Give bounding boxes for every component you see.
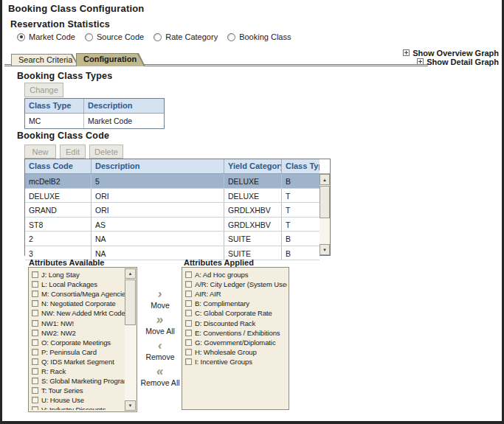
checkbox-icon[interactable] — [32, 330, 38, 336]
checkbox-icon[interactable] — [32, 320, 38, 327]
scroll-down-arrow-icon[interactable]: ▼ — [320, 244, 330, 255]
checkbox-icon[interactable] — [32, 310, 38, 316]
checkbox-icon[interactable] — [32, 397, 38, 403]
checkbox-icon[interactable] — [185, 281, 192, 288]
checkbox-icon[interactable] — [32, 358, 38, 365]
list-item-q-ids-market-segment[interactable]: Q: IDS Market Segment — [30, 357, 125, 366]
radio-button-icon[interactable] — [17, 33, 25, 41]
delete-button[interactable]: Delete — [89, 145, 123, 159]
radio-option-booking-class[interactable]: Booking Class — [227, 32, 291, 41]
list-item-s-global-marketing-programme[interactable]: S: Global Marketing Programme — [30, 376, 125, 386]
table-row[interactable]: 2NASUITEB — [25, 232, 320, 246]
checkbox-icon[interactable] — [32, 378, 38, 384]
remove-button[interactable]: ‹Remove — [145, 341, 174, 361]
scroll-up-arrow-icon[interactable]: ▲ — [320, 174, 330, 185]
attributes-available-items: J: Long StayL: Local PackagesM: Consorti… — [30, 270, 125, 410]
booking-class-code-scrollbar[interactable]: ▲▼ — [320, 174, 330, 255]
checkbox-icon[interactable] — [32, 281, 38, 288]
list-item-e-conventions-exhibitions[interactable]: E: Conventions / Exhibitions — [184, 328, 287, 338]
checkbox-icon[interactable] — [32, 368, 38, 375]
list-item-p-peninsula-card[interactable]: P: Peninsula Card — [30, 347, 125, 357]
attributes-available-label: Attributes Available — [29, 258, 105, 267]
list-item-nw1-nw[interactable]: NW1: NW! — [30, 318, 125, 327]
move-button[interactable]: ›Move — [151, 289, 170, 310]
checkbox-icon[interactable] — [185, 291, 192, 297]
list-item-u-house-use[interactable]: U: House Use — [30, 395, 125, 405]
scrollbar-track[interactable] — [320, 218, 330, 244]
radio-button-icon[interactable] — [85, 33, 93, 41]
new-button[interactable]: New — [24, 145, 56, 159]
checkbox-icon[interactable] — [185, 330, 192, 336]
table-row[interactable]: MCMarket Code — [25, 114, 164, 128]
change-button[interactable]: Change — [24, 83, 63, 97]
list-item-o-corporate-meetings[interactable]: O: Corporate Meetings — [30, 338, 125, 347]
scroll-up-arrow-icon[interactable]: ▲ — [125, 268, 136, 279]
checkbox-icon[interactable] — [185, 358, 192, 365]
attributes-available-scrollbar[interactable]: ▲▼ — [125, 268, 136, 411]
scrollbar-thumb[interactable] — [125, 279, 136, 325]
radio-button-icon[interactable] — [153, 33, 162, 41]
list-item-b-complimentary[interactable]: B: Complimentary — [184, 299, 287, 308]
table-cell: ORI — [91, 203, 224, 217]
list-item-a-r-city-ledger-system-used[interactable]: A/R: City Ledger (System Used) — [184, 279, 287, 289]
checkbox-icon[interactable] — [185, 310, 192, 316]
list-item-n-negotiated-corporate[interactable]: N: Negotiated Corporate — [30, 299, 125, 308]
list-item-label: I: Incentive Groups — [195, 358, 252, 366]
checkbox-icon[interactable] — [185, 271, 192, 278]
table-row[interactable]: DELUXEORIDELUXET — [25, 189, 320, 204]
list-item-j-long-stay[interactable]: J: Long Stay — [30, 270, 125, 279]
list-item-t-tour-series[interactable]: T: Tour Series — [30, 386, 125, 395]
list-item-v-industry-discounts[interactable]: V: Industry Discounts — [30, 405, 125, 410]
tab-label: Configuration — [76, 53, 145, 66]
table-cell: SUITE — [224, 232, 281, 246]
show-detail-graph-link[interactable]: Show Detail Graph — [417, 58, 499, 66]
list-item-g-government-diplomatic[interactable]: G: Government/Diplomatic — [184, 338, 287, 347]
radio-option-source-code[interactable]: Source Code — [85, 32, 144, 41]
checkbox-icon[interactable] — [32, 271, 38, 278]
table-cell: DELUXE — [224, 189, 281, 203]
list-item-d-discounted-rack[interactable]: D: Discounted Rack — [184, 318, 287, 327]
section-title-reservation-statistics: Reservation Statistics — [10, 19, 110, 29]
list-item-nw-new-added-mrkt-code[interactable]: NW: New Added Mrkt Code — [30, 308, 125, 318]
tab-search-criteria[interactable]: Search Criteria — [11, 54, 79, 66]
list-item-h-wholesale-group[interactable]: H: Wholesale Group — [184, 347, 287, 357]
checkbox-icon[interactable] — [32, 339, 38, 346]
checkbox-icon[interactable] — [32, 349, 38, 355]
checkbox-icon[interactable] — [32, 406, 38, 410]
checkbox-icon[interactable] — [32, 300, 38, 307]
checkbox-icon[interactable] — [185, 300, 192, 307]
scrollbar-track[interactable] — [125, 325, 136, 400]
list-item-label: A/R: City Ledger (System Used) — [195, 280, 287, 288]
scrollbar-thumb[interactable] — [320, 186, 330, 218]
list-item-nw2-nw2[interactable]: NW2: NW2 — [30, 328, 125, 338]
checkbox-icon[interactable] — [32, 291, 38, 297]
list-item-a-ad-hoc-groups[interactable]: A: Ad Hoc groups — [184, 270, 287, 279]
expand-plus-icon[interactable] — [403, 49, 410, 56]
list-item-label: B: Complimentary — [195, 299, 249, 307]
table-row[interactable]: mcDelB25DELUXEB — [25, 174, 320, 189]
list-item-i-incentive-groups[interactable]: I: Incentive Groups — [184, 357, 287, 366]
graph-links: Show Overview Graph Show Detail Graph — [403, 49, 499, 66]
radio-button-icon[interactable] — [227, 33, 235, 41]
list-item-l-local-packages[interactable]: L: Local Packages — [30, 279, 125, 289]
tab-configuration[interactable]: Configuration — [76, 53, 145, 66]
checkbox-icon[interactable] — [185, 339, 192, 346]
table-row[interactable]: ST8ASGRDLXHBVT — [25, 218, 320, 232]
table-row[interactable]: GRANDORIGRDLXHBVT — [25, 203, 320, 218]
list-item-c-global-corporate-rate[interactable]: C: Global Corporate Rate — [184, 308, 287, 318]
radio-option-market-code[interactable]: Market Code — [17, 32, 75, 41]
radio-option-rate-category[interactable]: Rate Category — [153, 32, 218, 41]
expand-plus-icon[interactable] — [417, 58, 424, 65]
radio-label: Rate Category — [165, 32, 218, 41]
show-overview-graph-link[interactable]: Show Overview Graph — [403, 49, 499, 57]
list-item-air-air[interactable]: AIR: AIR — [184, 289, 287, 299]
checkbox-icon[interactable] — [32, 387, 38, 394]
list-item-r-rack[interactable]: R: Rack — [30, 366, 125, 376]
checkbox-icon[interactable] — [185, 349, 192, 355]
move-all-button[interactable]: »Move All — [145, 315, 175, 336]
scroll-down-arrow-icon[interactable]: ▼ — [125, 400, 136, 411]
checkbox-icon[interactable] — [185, 320, 192, 327]
list-item-m-consortia-mega-agencies[interactable]: M: Consortia/Mega Agencies — [30, 289, 125, 299]
remove-all-button[interactable]: «Remove All — [140, 366, 179, 387]
edit-button[interactable]: Edit — [60, 145, 86, 159]
